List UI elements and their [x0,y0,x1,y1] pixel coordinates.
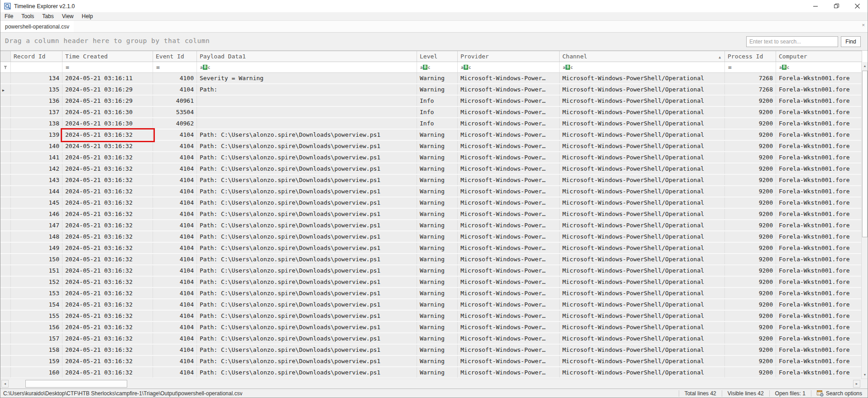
cell-event_id[interactable]: 4100 [153,73,197,83]
cell-level[interactable]: Warning [417,152,458,163]
cell-payload_data1[interactable]: Path: C:\Users\alonzo.spire\Downloads\po… [197,129,417,140]
cell-channel[interactable]: Microsoft-Windows-PowerShell/Operational [560,367,725,378]
cell-process_id[interactable]: 9200 [725,254,776,264]
cell-event_id[interactable]: 4104 [153,141,197,151]
tab-close-icon[interactable]: × [862,23,865,28]
cell-event_id[interactable]: 4104 [153,322,197,332]
vertical-scrollbar-thumb[interactable] [862,71,868,237]
cell-process_id[interactable]: 7268 [725,84,776,95]
cell-provider[interactable]: Microsoft-Windows-Power… [458,367,560,378]
cell-event_id[interactable]: 4104 [153,356,197,366]
cell-computer[interactable]: Forela-Wkstn001.fore [776,333,862,344]
cell-process_id[interactable]: 9200 [725,299,776,310]
cell-record_id[interactable]: 160 [11,367,62,378]
cell-record_id[interactable]: 156 [11,322,62,332]
cell-payload_data1[interactable]: Path: [197,84,417,95]
cell-record_id[interactable]: 146 [11,209,62,219]
cell-provider[interactable]: Microsoft-Windows-Power… [458,186,560,197]
cell-provider[interactable]: Microsoft-Windows-Power… [458,356,560,366]
cell-computer[interactable]: Forela-Wkstn001.fore [776,311,862,321]
cell-payload_data1[interactable]: Path: C:\Users\alonzo.spire\Downloads\po… [197,288,417,298]
cell-record_id[interactable]: 153 [11,288,62,298]
cell-time_created[interactable]: 2024-05-21 03:16:32 [62,243,153,253]
cell-record_id[interactable]: 137 [11,107,62,117]
cell-level[interactable]: Warning [417,243,458,253]
cell-process_id[interactable]: 9200 [725,265,776,276]
cell-level[interactable]: Warning [417,333,458,344]
cell-channel[interactable]: Microsoft-Windows-PowerShell/Operational [560,118,725,129]
cell-time_created[interactable]: 2024-05-21 03:16:32 [62,288,153,298]
cell-process_id[interactable]: 9200 [725,231,776,242]
cell-level[interactable]: Warning [417,322,458,332]
cell-process_id[interactable]: 9200 [725,356,776,366]
cell-provider[interactable]: Microsoft-Windows-Power… [458,118,560,129]
cell-record_id[interactable]: 152 [11,277,62,287]
cell-level[interactable]: Warning [417,84,458,95]
cell-payload_data1[interactable]: Path: C:\Users\alonzo.spire\Downloads\po… [197,243,417,253]
cell-provider[interactable]: Microsoft-Windows-Power… [458,175,560,185]
cell-level[interactable]: Warning [417,73,458,83]
scroll-down-icon[interactable]: ▼ [862,371,868,379]
table-row[interactable]: 1522024-05-21 03:16:324104Path: C:\Users… [0,277,862,288]
cell-record_id[interactable]: 154 [11,299,62,310]
vertical-scrollbar[interactable]: ▲ ▼ [861,62,868,379]
cell-process_id[interactable]: 9200 [725,107,776,117]
cell-level[interactable]: Warning [417,129,458,140]
cell-computer[interactable]: Forela-Wkstn001.fore [776,231,862,242]
cell-process_id[interactable]: 9200 [725,277,776,287]
cell-provider[interactable]: Microsoft-Windows-Power… [458,231,560,242]
table-row[interactable]: 1412024-05-21 03:16:324104Path: C:\Users… [0,152,862,163]
cell-payload_data1[interactable]: Path: C:\Users\alonzo.spire\Downloads\po… [197,197,417,208]
cell-provider[interactable]: Microsoft-Windows-Power… [458,141,560,151]
cell-time_created[interactable]: 2024-05-21 03:16:32 [62,152,153,163]
cell-level[interactable]: Warning [417,209,458,219]
cell-payload_data1[interactable]: Path: C:\Users\alonzo.spire\Downloads\po… [197,186,417,197]
cell-record_id[interactable]: 149 [11,243,62,253]
cell-time_created[interactable]: 2024-05-21 03:16:32 [62,254,153,264]
cell-event_id[interactable]: 53504 [153,107,197,117]
cell-record_id[interactable]: 157 [11,333,62,344]
cell-level[interactable]: Warning [417,265,458,276]
cell-computer[interactable]: Forela-Wkstn001.fore [776,84,862,95]
table-row[interactable]: 1392024-05-21 03:16:324104Path: C:\Users… [0,129,862,141]
cell-event_id[interactable]: 4104 [153,209,197,219]
table-row[interactable]: 1432024-05-21 03:16:324104Path: C:\Users… [0,175,862,186]
search-options-button[interactable]: Search options [811,390,868,397]
find-button[interactable]: Find [841,36,861,47]
filter-cell-computer[interactable]: aBc [776,62,862,72]
cell-event_id[interactable]: 4104 [153,84,197,95]
cell-level[interactable]: Warning [417,220,458,230]
cell-record_id[interactable]: 150 [11,254,62,264]
cell-time_created[interactable]: 2024-05-21 03:16:32 [62,345,153,355]
cell-process_id[interactable]: 9200 [725,186,776,197]
cell-provider[interactable]: Microsoft-Windows-Power… [458,288,560,298]
cell-time_created[interactable]: 2024-05-21 03:16:32 [62,265,153,276]
cell-channel[interactable]: Microsoft-Windows-PowerShell/Operational [560,356,725,366]
cell-level[interactable]: Warning [417,356,458,366]
cell-computer[interactable]: Forela-Wkstn001.fore [776,277,862,287]
table-row[interactable]: 1462024-05-21 03:16:324104Path: C:\Users… [0,209,862,220]
column-header-payload_data1[interactable]: Payload Data1 [197,51,417,62]
cell-payload_data1[interactable]: Path: C:\Users\alonzo.spire\Downloads\po… [197,299,417,310]
table-row[interactable]: 1542024-05-21 03:16:324104Path: C:\Users… [0,299,862,311]
cell-event_id[interactable]: 4104 [153,288,197,298]
cell-event_id[interactable]: 4104 [153,311,197,321]
cell-payload_data1[interactable] [197,96,417,106]
cell-level[interactable]: Warning [417,141,458,151]
cell-record_id[interactable]: 143 [11,175,62,185]
cell-time_created[interactable]: 2024-05-21 03:16:29 [62,96,153,106]
cell-provider[interactable]: Microsoft-Windows-Power… [458,129,560,140]
cell-computer[interactable]: Forela-Wkstn001.fore [776,73,862,83]
restore-button[interactable] [826,0,847,12]
cell-provider[interactable]: Microsoft-Windows-Power… [458,197,560,208]
cell-time_created[interactable]: 2024-05-21 03:16:32 [62,175,153,185]
cell-provider[interactable]: Microsoft-Windows-Power… [458,220,560,230]
cell-channel[interactable]: Microsoft-Windows-PowerShell/Operational [560,107,725,117]
cell-process_id[interactable]: 9200 [725,288,776,298]
cell-provider[interactable]: Microsoft-Windows-Power… [458,265,560,276]
cell-channel[interactable]: Microsoft-Windows-PowerShell/Operational [560,175,725,185]
cell-record_id[interactable]: 144 [11,186,62,197]
scroll-up-icon[interactable]: ▲ [862,62,868,70]
cell-channel[interactable]: Microsoft-Windows-PowerShell/Operational [560,322,725,332]
minimize-button[interactable] [805,0,826,12]
